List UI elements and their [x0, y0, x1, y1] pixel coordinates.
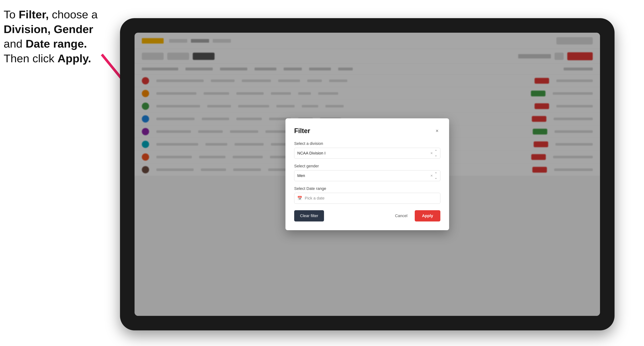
gender-select-value: Men — [297, 173, 305, 178]
gender-select[interactable]: Men × ⌃⌄ — [294, 170, 440, 181]
modal-close-button[interactable]: × — [434, 128, 440, 134]
modal-title: Filter — [294, 127, 310, 135]
apply-button[interactable]: Apply — [415, 210, 440, 221]
clear-filter-button[interactable]: Clear filter — [294, 210, 324, 221]
tablet-device: Filter × Select a division NCAA Division… — [120, 18, 614, 330]
gender-arrow-icon: ⌃⌄ — [434, 172, 437, 180]
gender-label: Select gender — [294, 164, 440, 169]
division-select-value: NCAA Division I — [297, 151, 326, 156]
division-label: Select a division — [294, 141, 440, 146]
cancel-button[interactable]: Cancel — [391, 210, 411, 221]
filter-modal: Filter × Select a division NCAA Division… — [286, 118, 449, 230]
division-arrow-icon: ⌃⌄ — [434, 149, 437, 157]
modal-footer: Clear filter Cancel Apply — [294, 210, 440, 221]
footer-right-actions: Cancel Apply — [391, 210, 440, 221]
gender-form-group: Select gender Men × ⌃⌄ — [294, 164, 440, 181]
date-range-input[interactable]: 📅 Pick a date — [294, 193, 440, 204]
instruction-line4: Then click Apply. — [4, 52, 91, 65]
instruction-line3: and Date range. — [4, 37, 87, 50]
division-form-group: Select a division NCAA Division I × ⌃⌄ — [294, 141, 440, 159]
instruction-bold2: Division, Gender — [4, 23, 93, 35]
gender-select-controls: × ⌃⌄ — [430, 172, 437, 180]
division-select-controls: × ⌃⌄ — [430, 149, 437, 157]
division-select[interactable]: NCAA Division I × ⌃⌄ — [294, 148, 440, 159]
gender-clear-icon[interactable]: × — [430, 173, 433, 178]
instruction-panel: To Filter, choose a Division, Gender and… — [4, 7, 106, 66]
date-range-placeholder: Pick a date — [305, 196, 324, 201]
modal-header: Filter × — [294, 127, 440, 135]
tablet-screen: Filter × Select a division NCAA Division… — [134, 33, 600, 316]
division-clear-icon[interactable]: × — [430, 151, 433, 156]
instruction-line1: To Filter, choose a — [4, 8, 98, 21]
date-range-form-group: Select Date range 📅 Pick a date — [294, 186, 440, 204]
date-range-label: Select Date range — [294, 186, 440, 191]
modal-overlay: Filter × Select a division NCAA Division… — [134, 33, 600, 316]
calendar-icon: 📅 — [297, 196, 302, 201]
